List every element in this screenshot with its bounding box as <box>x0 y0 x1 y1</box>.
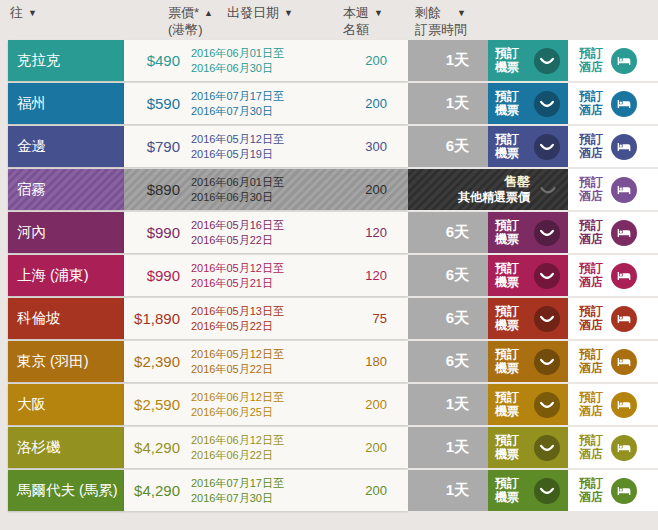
remaining-time-value: 6天 <box>446 352 469 371</box>
fare-rows: 克拉克 $490 2016年06月01日至 2016年06月30日 200 1天… <box>0 40 658 513</box>
fare-info-cell: $2,390 2016年05月12日至 2016年05月22日 180 <box>124 341 408 382</box>
col-header-departure-label: 出發日期 <box>227 5 279 20</box>
date-to: 2016年07月30日 <box>191 491 319 506</box>
fare-info-cell: $990 2016年05月16日至 2016年05月22日 120 <box>124 212 408 253</box>
remaining-time-value: 6天 <box>446 137 469 156</box>
date-to: 2016年06月30日 <box>191 190 319 205</box>
price-value: $990 <box>124 224 180 241</box>
departure-dates: 2016年05月12日至 2016年05月22日 <box>191 347 319 377</box>
fare-info-cell: $590 2016年07月17日至 2016年07月30日 200 <box>124 83 408 124</box>
remaining-time-cell: 1天 <box>408 427 488 468</box>
weekly-quota: 200 <box>319 53 408 68</box>
remaining-time-cell: 1天 <box>408 83 488 124</box>
date-from: 2016年06月01日至 <box>191 46 319 61</box>
book-flight-button[interactable]: 預訂 機票 <box>488 40 568 81</box>
book-flight-label: 預訂 機票 <box>495 434 519 462</box>
date-from: 2016年07月17日至 <box>191 89 319 104</box>
departure-dates: 2016年05月12日至 2016年05月21日 <box>191 261 319 291</box>
remaining-time-cell: 6天 <box>408 341 488 382</box>
book-hotel-button[interactable]: 預訂 酒店 <box>568 255 658 296</box>
destination-cell: 科倫坡 <box>8 298 124 339</box>
bed-icon <box>611 435 637 461</box>
destination-cell: 上海 (浦東) <box>8 255 124 296</box>
book-flight-button[interactable]: 預訂 機票 <box>488 427 568 468</box>
sort-down-icon: ▼ <box>28 8 37 18</box>
book-hotel-label: 預訂 酒店 <box>579 47 603 75</box>
col-header-remaining[interactable]: 剩餘▼ 訂票時間 <box>415 5 467 39</box>
book-flight-button[interactable]: 預訂 機票 <box>488 255 568 296</box>
col-header-fare-currency: (港幣) <box>168 22 213 39</box>
book-hotel-button[interactable]: 預訂 酒店 <box>568 427 658 468</box>
fare-row: 洛杉磯 $4,290 2016年06月12日至 2016年06月22日 200 … <box>0 427 658 468</box>
departure-dates: 2016年07月17日至 2016年07月30日 <box>191 476 319 506</box>
date-from: 2016年07月17日至 <box>191 476 319 491</box>
destination-label: 克拉克 <box>17 51 61 70</box>
destination-label: 福州 <box>17 94 46 113</box>
date-from: 2016年05月12日至 <box>191 347 319 362</box>
book-hotel-button[interactable]: 預訂 酒店 <box>568 169 658 210</box>
book-hotel-label: 預訂 酒店 <box>579 133 603 161</box>
book-hotel-button[interactable]: 預訂 酒店 <box>568 341 658 382</box>
book-flight-button[interactable]: 預訂 機票 <box>488 298 568 339</box>
weekly-quota: 120 <box>319 268 408 283</box>
remaining-time-cell: 6天 <box>408 126 488 167</box>
col-header-quota[interactable]: 本週▼ 名額 <box>343 5 383 39</box>
fare-row: 宿霧 $890 2016年06月01日至 2016年06月30日 200 預訂 … <box>0 169 658 210</box>
destination-label: 上海 (浦東) <box>17 266 89 285</box>
destination-label: 金邊 <box>17 137 46 156</box>
book-hotel-label: 預訂 酒店 <box>579 391 603 419</box>
remaining-time-cell: 6天 <box>408 255 488 296</box>
destination-cell: 東京 (羽田) <box>8 341 124 382</box>
weekly-quota: 180 <box>319 354 408 369</box>
book-hotel-button[interactable]: 預訂 酒店 <box>568 212 658 253</box>
book-hotel-label: 預訂 酒店 <box>579 305 603 333</box>
fare-row: 科倫坡 $1,890 2016年05月13日至 2016年05月22日 75 6… <box>0 298 658 339</box>
destination-cell: 克拉克 <box>8 40 124 81</box>
other-fares-link[interactable]: 售罄 其他精選票價 <box>408 169 568 210</box>
destination-cell: 洛杉磯 <box>8 427 124 468</box>
book-hotel-button[interactable]: 預訂 酒店 <box>568 126 658 167</box>
book-flight-button[interactable]: 預訂 機票 <box>488 126 568 167</box>
fare-row: 金邊 $790 2016年05月12日至 2016年05月19日 300 6天 … <box>0 126 658 167</box>
book-flight-button[interactable]: 預訂 機票 <box>488 83 568 124</box>
remaining-time-value: 6天 <box>446 223 469 242</box>
weekly-quota: 200 <box>319 483 408 498</box>
book-hotel-button[interactable]: 預訂 酒店 <box>568 384 658 425</box>
col-header-destination[interactable]: 往▼ <box>10 5 37 22</box>
destination-cell: 大阪 <box>8 384 124 425</box>
book-hotel-button[interactable]: 預訂 酒店 <box>568 470 658 511</box>
remaining-time-cell: 6天 <box>408 298 488 339</box>
fare-row: 大阪 $2,590 2016年06月12日至 2016年06月25日 200 1… <box>0 384 658 425</box>
price-value: $590 <box>124 95 180 112</box>
date-from: 2016年05月16日至 <box>191 218 319 233</box>
book-flight-label: 預訂 機票 <box>495 47 519 75</box>
bed-icon <box>611 306 637 332</box>
destination-cell: 河內 <box>8 212 124 253</box>
destination-label: 東京 (羽田) <box>17 352 89 371</box>
book-hotel-button[interactable]: 預訂 酒店 <box>568 40 658 81</box>
bed-icon <box>611 48 637 74</box>
book-flight-label: 預訂 機票 <box>495 133 519 161</box>
weekly-quota: 200 <box>319 96 408 111</box>
weekly-quota: 200 <box>319 397 408 412</box>
date-to: 2016年05月21日 <box>191 276 319 291</box>
book-hotel-button[interactable]: 預訂 酒店 <box>568 298 658 339</box>
table-header: 往▼ 票價*▲ (港幣) 出發日期▼ 本週▼ 名額 剩餘▼ 訂票時間 <box>0 0 658 38</box>
departure-dates: 2016年07月17日至 2016年07月30日 <box>191 89 319 119</box>
book-flight-label: 預訂 機票 <box>495 391 519 419</box>
book-flight-button[interactable]: 預訂 機票 <box>488 212 568 253</box>
col-header-departure[interactable]: 出發日期▼ <box>227 5 293 22</box>
remaining-time-value: 1天 <box>446 94 469 113</box>
destination-label: 大阪 <box>17 395 46 414</box>
sort-down-icon: ▼ <box>457 8 466 18</box>
book-flight-button[interactable]: 預訂 機票 <box>488 384 568 425</box>
book-hotel-button[interactable]: 預訂 酒店 <box>568 83 658 124</box>
fare-table: 往▼ 票價*▲ (港幣) 出發日期▼ 本週▼ 名額 剩餘▼ 訂票時間 克拉克 $… <box>0 0 658 530</box>
col-header-fare[interactable]: 票價*▲ (港幣) <box>168 5 213 39</box>
col-header-remaining-label2: 訂票時間 <box>415 22 467 39</box>
book-flight-button[interactable]: 預訂 機票 <box>488 470 568 511</box>
book-flight-button[interactable]: 預訂 機票 <box>488 341 568 382</box>
book-flight-label: 預訂 機票 <box>495 262 519 290</box>
fare-info-cell: $890 2016年06月01日至 2016年06月30日 200 <box>124 169 408 210</box>
smile-icon <box>534 263 560 289</box>
